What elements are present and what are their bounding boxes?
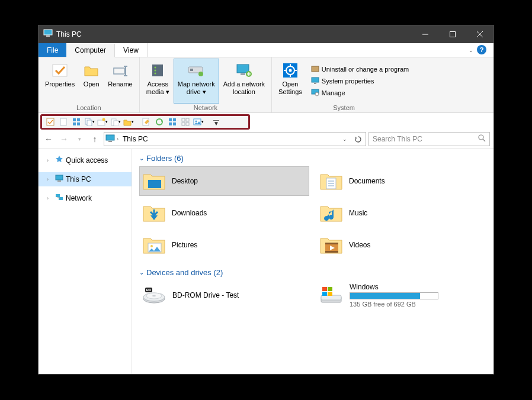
chevron-right-icon[interactable]: ›: [47, 176, 53, 182]
svg-rect-37: [73, 118, 76, 121]
properties-button[interactable]: Properties: [41, 59, 79, 104]
quick-access-toolbar: ▾ ▾ ▾ ▾ ▾ —▼: [40, 114, 250, 130]
devices-section-header[interactable]: ⌄ Devices and drives (2): [139, 268, 486, 277]
minimize-button[interactable]: [412, 25, 439, 43]
svg-rect-50: [173, 118, 176, 121]
network-drive-icon: [187, 60, 206, 80]
recent-locations-button[interactable]: ▾: [73, 133, 86, 146]
manage-button[interactable]: Manage: [310, 87, 410, 99]
qat-page-icon[interactable]: [58, 117, 69, 127]
search-input[interactable]: Search This PC: [368, 132, 490, 146]
manage-icon: [311, 88, 319, 98]
folder-downloads[interactable]: Downloads: [139, 198, 309, 228]
qat-newfolder-icon[interactable]: ▾: [97, 117, 108, 127]
close-button[interactable]: [466, 25, 493, 43]
chevron-right-icon[interactable]: ›: [47, 157, 53, 163]
box-icon: [311, 64, 319, 74]
open-button[interactable]: Open: [79, 59, 104, 104]
svg-rect-18: [237, 64, 249, 73]
maximize-button[interactable]: [439, 25, 466, 43]
help-icon[interactable]: ?: [477, 45, 486, 54]
chevron-right-icon[interactable]: ›: [47, 195, 53, 201]
folder-documents[interactable]: Documents: [316, 166, 486, 196]
back-button[interactable]: ←: [42, 133, 55, 146]
svg-rect-59: [106, 135, 114, 140]
ribbon-tabs: File Computer View ⌄ ?: [39, 43, 493, 57]
qat-copy-icon[interactable]: ▾: [84, 117, 95, 127]
svg-rect-77: [325, 251, 338, 253]
drive-bdrom[interactable]: BD BD-ROM Drive - Test: [139, 280, 309, 310]
map-network-drive-button[interactable]: Map network drive ▾: [174, 59, 219, 104]
search-icon: [478, 134, 486, 144]
sidebar-item-this-pc[interactable]: › This PC: [39, 172, 132, 186]
monitor-icon: [311, 76, 319, 86]
address-bar[interactable]: › This PC ⌄: [104, 132, 366, 146]
svg-point-34: [315, 92, 319, 96]
chevron-right-icon[interactable]: ›: [115, 136, 120, 142]
qat-tiles-blue-icon[interactable]: [167, 117, 178, 127]
uninstall-program-button[interactable]: Uninstall or change a program: [310, 63, 410, 75]
qat-checkbox-icon[interactable]: [45, 117, 56, 127]
qat-refresh-green-icon[interactable]: [154, 117, 165, 127]
tab-view[interactable]: View: [115, 43, 148, 57]
sidebar-item-network[interactable]: › Network: [39, 191, 132, 205]
chevron-down-icon: ⌄: [139, 155, 144, 162]
forward-button[interactable]: →: [57, 133, 70, 146]
pc-icon: [55, 175, 63, 184]
folder-pictures[interactable]: Pictures: [139, 230, 309, 260]
folders-section-header[interactable]: ⌄ Folders (6): [139, 154, 486, 163]
qat-edit-icon[interactable]: [141, 117, 152, 127]
svg-rect-11: [152, 64, 163, 76]
qat-customize-icon[interactable]: —▼: [211, 117, 222, 127]
svg-line-62: [483, 139, 485, 141]
folder-open-icon: [83, 60, 100, 80]
tab-computer[interactable]: Computer: [66, 44, 115, 57]
svg-point-61: [479, 135, 483, 140]
refresh-button[interactable]: [351, 133, 364, 146]
svg-rect-3: [450, 32, 456, 37]
svg-rect-66: [59, 197, 63, 200]
windows-drive-icon: [319, 285, 344, 307]
svg-rect-52: [173, 122, 176, 125]
settings-icon: [282, 60, 299, 80]
rename-button[interactable]: Rename: [104, 59, 137, 104]
tab-file[interactable]: File: [39, 43, 66, 57]
qat-paste-icon[interactable]: ▾: [110, 117, 121, 127]
svg-rect-55: [182, 122, 185, 125]
svg-point-14: [155, 73, 156, 75]
titlebar: This PC: [39, 25, 493, 43]
qat-folder-icon[interactable]: ▾: [123, 117, 134, 127]
svg-rect-42: [87, 120, 92, 126]
svg-rect-76: [325, 243, 338, 244]
sidebar-item-quick-access[interactable]: › Quick access: [39, 153, 132, 167]
downloads-folder-icon: [142, 202, 166, 224]
media-server-icon: [149, 60, 166, 80]
qat-tiles-gray-icon[interactable]: [180, 117, 191, 127]
system-properties-button[interactable]: System properties: [310, 75, 410, 87]
qat-picture-icon[interactable]: ▾: [193, 117, 204, 127]
folder-desktop[interactable]: Desktop: [139, 166, 309, 196]
open-settings-button[interactable]: Open Settings: [274, 59, 306, 104]
address-dropdown-button[interactable]: ⌄: [338, 133, 351, 146]
drive-windows[interactable]: Windows 135 GB free of 692 GB: [316, 280, 486, 310]
this-pc-icon: [43, 29, 53, 40]
ribbon-collapse-icon[interactable]: ⌄: [469, 47, 473, 53]
folder-music[interactable]: Music: [316, 198, 486, 228]
svg-point-13: [155, 70, 156, 72]
folder-videos[interactable]: Videos: [316, 230, 486, 260]
music-folder-icon: [319, 202, 343, 224]
access-media-button[interactable]: Access media ▾: [142, 59, 174, 104]
content-pane: ⌄ Folders (6) Desktop Documents Download…: [132, 149, 493, 374]
svg-point-74: [150, 245, 153, 247]
breadcrumb-this-pc[interactable]: This PC: [120, 135, 150, 143]
svg-rect-0: [44, 30, 52, 35]
svg-rect-56: [186, 122, 189, 125]
add-network-location-button[interactable]: Add a network location: [219, 59, 269, 104]
up-button[interactable]: ↑: [88, 133, 101, 146]
svg-point-81: [152, 295, 156, 296]
svg-rect-38: [77, 118, 80, 121]
qat-grid-icon[interactable]: [71, 117, 82, 127]
svg-point-25: [289, 69, 291, 72]
chevron-down-icon: ⌄: [139, 269, 144, 276]
svg-rect-54: [186, 118, 189, 121]
